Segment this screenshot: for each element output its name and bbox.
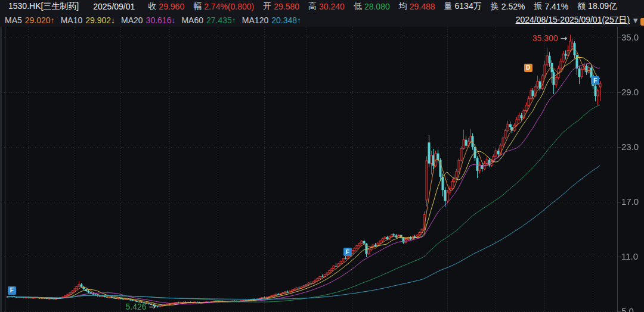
ma120-value: 20.348↑ [271,15,301,25]
event-badge-D[interactable]: D [524,64,532,72]
arrow-right-icon: → [149,302,156,311]
y-axis-label: 23.0 [621,142,639,152]
stock-info-bar: 1530.HK[三生制药] 2025/09/01 收29.960 幅2.74%(… [0,0,644,13]
trade-date: 2025/09/01 [93,2,135,11]
ma20-value: 30.616↓ [146,15,176,25]
field-high: 高30.240 [308,1,345,12]
y-axis-label: 11.0 [621,251,638,261]
ma120-legend: MA12020.348↑ [242,15,301,25]
kline-chart-area[interactable]: 35.300→ 5.426→ 35.029.023.017.011.05.0FF… [0,27,644,312]
field-amount: 额18.09亿 [577,1,617,12]
high-price-marker: 35.300→ [532,33,568,43]
y-axis-label: 17.0 [621,196,639,207]
ma5-value: 29.020↑ [25,15,55,25]
field-change: 幅2.74%(0.800) [193,1,254,12]
event-badge-F[interactable]: F [343,248,352,256]
field-close: 收29.960 [148,1,184,12]
field-low: 低28.080 [354,1,390,12]
event-badge-F[interactable]: F [8,286,16,295]
arrow-right-icon: → [561,33,568,43]
ma20-legend: MA2030.616↓ [121,15,175,25]
ma60-value: 27.435↑ [206,15,236,25]
field-avg: 均29.488 [399,1,435,12]
field-volume: 量6134万 [444,1,482,12]
ma10-legend: MA1029.902↓ [61,15,115,25]
y-axis-label: 29.0 [621,87,639,97]
event-badge-F[interactable]: F [591,76,599,85]
field-amplitude: 振7.41% [534,1,568,12]
field-turnover: 换2.52% [491,1,525,12]
ma60-legend: MA6027.435↑ [181,15,236,25]
chevron-down-icon[interactable]: ▼ [631,16,639,25]
ma5-legend: MA529.020↑ [5,15,55,25]
low-price-marker: 5.426→ [126,302,156,311]
stock-symbol: 1530.HK[三生制药] [8,1,79,12]
field-open: 开29.580 [263,1,299,12]
kline-canvas[interactable] [0,27,644,312]
date-range-selector[interactable]: 2024/08/15-2025/09/01(257日) ▼ [516,14,639,26]
ma10-value: 29.902↓ [85,15,115,25]
date-range-label[interactable]: 2024/08/15-2025/09/01(257日) [516,15,630,26]
clipped-edge-badge [640,18,644,26]
y-axis-label: 35.0 [621,32,639,42]
y-axis-label: 5.0 [621,306,634,312]
